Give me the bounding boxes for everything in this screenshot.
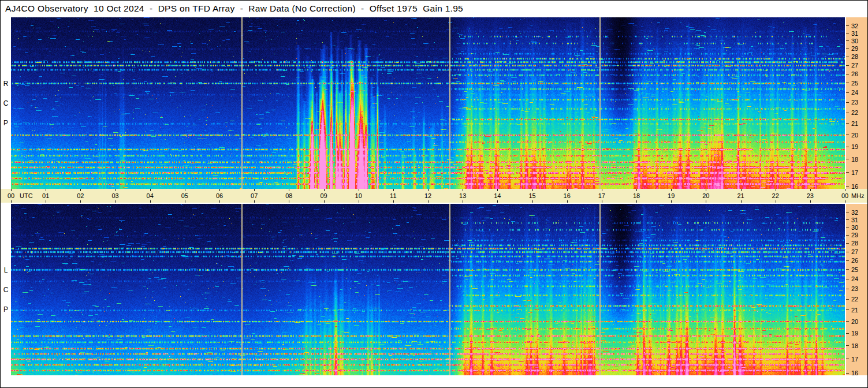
hour-label: 11: [390, 192, 396, 199]
freq-label: 17: [851, 356, 858, 362]
hour-tick: [185, 189, 185, 191]
freq-label: 20: [851, 318, 858, 324]
freq-label: 25: [851, 80, 858, 86]
freq-label: 25: [851, 266, 858, 273]
polarization-letter: L: [1, 267, 11, 274]
hour-tick: [150, 200, 151, 203]
hour-tick: [845, 200, 845, 203]
hour-label: 06: [216, 192, 223, 199]
freq-tick: [846, 102, 849, 103]
spectrogram-lcp: [11, 204, 845, 375]
hour-tick: [741, 189, 742, 191]
hour-tick: [497, 200, 498, 203]
freq-tick: [846, 227, 849, 227]
freq-tick: [846, 123, 849, 124]
hour-tick: [776, 200, 776, 203]
hour-tick: [741, 200, 742, 203]
hour-tick: [254, 189, 255, 191]
hour-tick: [46, 200, 46, 203]
hour-tick: [497, 189, 498, 191]
frequency-axis-rcp: 3231302928272625242322212019181716: [846, 17, 867, 189]
hour-tick: [810, 200, 811, 203]
hour-label: 15: [528, 192, 535, 199]
hour-tick: [11, 200, 12, 203]
freq-tick: [846, 289, 849, 289]
freq-tick: [846, 299, 849, 300]
freq-label: 31: [851, 30, 858, 36]
hour-label: 10: [355, 192, 362, 199]
hour-tick: [532, 200, 533, 203]
hour-tick: [80, 189, 81, 191]
hour-tick: [810, 189, 811, 191]
freq-tick: [846, 279, 849, 279]
freq-tick: [846, 373, 849, 374]
freq-label: 30: [851, 38, 858, 44]
freq-label: 23: [851, 99, 858, 106]
hour-label: 02: [77, 192, 84, 199]
freq-tick: [846, 321, 849, 322]
freq-label: 21: [851, 120, 858, 126]
freq-tick: [846, 186, 849, 187]
hour-tick: [219, 200, 220, 203]
freq-tick: [846, 235, 849, 236]
hour-label: 22: [772, 192, 779, 199]
freq-label: 26: [851, 258, 858, 264]
hour-tick: [289, 189, 289, 191]
hour-tick: [324, 189, 325, 191]
hour-tick: [463, 189, 463, 191]
hour-tick: [636, 200, 637, 203]
hour-label: 04: [147, 192, 154, 199]
freq-tick: [846, 40, 849, 41]
polarization-letter: P: [1, 120, 11, 126]
hour-tick: [706, 200, 706, 203]
freq-label: 22: [851, 296, 858, 303]
hour-tick: [324, 200, 325, 203]
freq-label: 24: [851, 276, 858, 282]
hour-tick: [150, 189, 151, 191]
freq-tick: [846, 159, 849, 159]
hour-tick: [393, 189, 394, 191]
dps-spectrogram-viewer: AJ4CO Observatory 10 Oct 2024 - DPS on T…: [0, 0, 868, 388]
freq-tick: [846, 33, 849, 33]
freq-tick: [846, 212, 849, 212]
freq-label: 30: [851, 224, 858, 230]
hour-label: 17: [598, 192, 605, 199]
hour-tick: [776, 189, 776, 191]
hour-label: 16: [564, 192, 571, 199]
freq-tick: [846, 260, 849, 261]
hour-label: 08: [285, 192, 292, 199]
freq-label: 27: [851, 62, 858, 69]
freq-label: 29: [851, 232, 858, 238]
hour-tick: [567, 189, 568, 191]
freq-tick: [846, 243, 849, 244]
hour-label: 00: [841, 192, 848, 199]
freq-label: 19: [851, 330, 858, 337]
frequency-axis-lcp: 3231302928272625242322212019181716: [846, 204, 867, 375]
hour-tick: [428, 200, 429, 203]
hour-tick: [636, 189, 637, 191]
freq-tick: [846, 113, 849, 113]
hour-tick: [428, 189, 429, 191]
freq-label: 22: [851, 110, 858, 116]
hour-tick: [116, 200, 116, 203]
freq-tick: [846, 48, 849, 49]
hour-tick: [11, 189, 12, 191]
freq-tick: [846, 74, 849, 74]
hour-tick: [671, 189, 672, 191]
hour-label: 12: [424, 192, 431, 199]
hour-tick: [289, 200, 289, 203]
freq-tick: [846, 252, 849, 252]
freq-label: 32: [851, 209, 858, 215]
freq-label: 16: [851, 370, 858, 376]
hour-label: 05: [181, 192, 188, 199]
header-title: AJ4CO Observatory 10 Oct 2024 - DPS on T…: [5, 3, 463, 14]
freq-label: 28: [851, 240, 858, 247]
hour-tick: [671, 200, 672, 203]
freq-tick: [846, 172, 849, 173]
freq-label: 29: [851, 46, 858, 52]
hour-tick: [359, 189, 359, 191]
hour-tick: [185, 200, 185, 203]
freq-tick: [846, 25, 849, 26]
freq-label: 17: [851, 169, 858, 176]
hour-label: 03: [111, 192, 118, 199]
